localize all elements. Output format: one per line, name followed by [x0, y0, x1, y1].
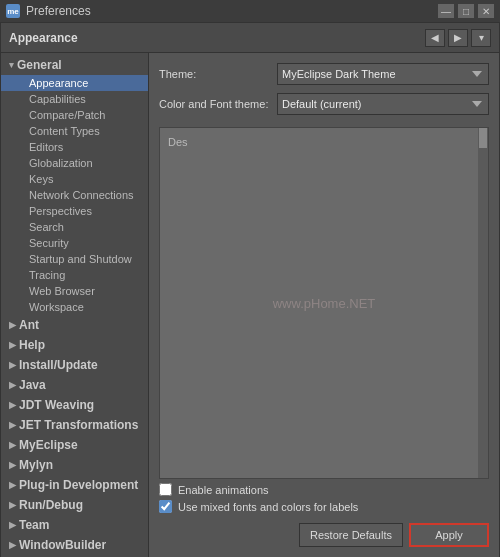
dialog-title: Appearance	[9, 31, 78, 45]
sidebar-item-appearance[interactable]: Appearance	[1, 75, 148, 91]
sidebar-section-myeclipse-label: MyEclipse	[19, 438, 78, 452]
sidebar-item-web-browser[interactable]: Web Browser	[1, 283, 148, 299]
sidebar: ▾ General Appearance Capabilities Compar…	[1, 53, 149, 557]
triangle-icon: ▾	[9, 60, 14, 70]
sidebar-item-security[interactable]: Security	[1, 235, 148, 251]
sidebar-section-install-label: Install/Update	[19, 358, 98, 372]
triangle-icon-ant: ▶	[9, 320, 16, 330]
sidebar-item-globalization[interactable]: Globalization	[1, 155, 148, 171]
sidebar-section-mylyn[interactable]: ▶ Mylyn	[1, 455, 148, 475]
theme-label: Theme:	[159, 68, 269, 80]
sidebar-item-keys[interactable]: Keys	[1, 171, 148, 187]
sidebar-item-editors[interactable]: Editors	[1, 139, 148, 155]
sidebar-item-content-types[interactable]: Content Types	[1, 123, 148, 139]
sidebar-section-plugin-dev[interactable]: ▶ Plug-in Development	[1, 475, 148, 495]
sidebar-section-general-label: General	[17, 58, 62, 72]
enable-animations-row: Enable animations	[159, 483, 489, 496]
app-icon: me	[6, 4, 20, 18]
sidebar-section-ant[interactable]: ▶ Ant	[1, 315, 148, 335]
sidebar-section-team[interactable]: ▶ Team	[1, 515, 148, 535]
color-font-row: Color and Font theme: Default (current) …	[159, 93, 489, 115]
sidebar-section-jdt-weaving[interactable]: ▶ JDT Weaving	[1, 395, 148, 415]
theme-select[interactable]: MyEclipse Dark Theme Classic Default	[277, 63, 489, 85]
maximize-button[interactable]: □	[458, 4, 474, 18]
sidebar-section-windowbuilder[interactable]: ▶ WindowBuilder	[1, 535, 148, 555]
sidebar-section-general[interactable]: ▾ General	[1, 55, 148, 75]
content-area: ▾ General Appearance Capabilities Compar…	[1, 53, 499, 557]
triangle-icon-myeclipse: ▶	[9, 440, 16, 450]
sidebar-section-ant-label: Ant	[19, 318, 39, 332]
sidebar-item-search[interactable]: Search	[1, 219, 148, 235]
watermark: www.pHome.NET	[273, 296, 376, 311]
bottom-buttons: Restore Defaults Apply	[159, 523, 489, 547]
sidebar-item-network-connections[interactable]: Network Connections	[1, 187, 148, 203]
triangle-icon-install: ▶	[9, 360, 16, 370]
sidebar-section-run-debug[interactable]: ▶ Run/Debug	[1, 495, 148, 515]
sidebar-section-java[interactable]: ▶ Java	[1, 375, 148, 395]
preview-area: Des www.pHome.NET	[159, 127, 489, 479]
mixed-fonts-checkbox[interactable]	[159, 500, 172, 513]
preview-scrollbar[interactable]	[478, 128, 488, 478]
preview-scrollbar-thumb	[479, 128, 487, 148]
apply-button[interactable]: Apply	[409, 523, 489, 547]
main-window: Appearance ◀ ▶ ▾ ▾ General Appearance Ca…	[0, 22, 500, 557]
nav-forward-button[interactable]: ▶	[448, 29, 468, 47]
title-bar-controls: — □ ✕	[438, 4, 494, 18]
triangle-icon-java: ▶	[9, 380, 16, 390]
sidebar-section-team-label: Team	[19, 518, 49, 532]
title-bar: me Preferences — □ ✕	[0, 0, 500, 22]
sidebar-section-jet-transformations[interactable]: ▶ JET Transformations	[1, 415, 148, 435]
theme-row: Theme: MyEclipse Dark Theme Classic Defa…	[159, 63, 489, 85]
triangle-icon-run: ▶	[9, 500, 16, 510]
sidebar-item-workspace[interactable]: Workspace	[1, 299, 148, 315]
mixed-fonts-row: Use mixed fonts and colors for labels	[159, 500, 489, 513]
sidebar-section-help-label: Help	[19, 338, 45, 352]
nav-down-button[interactable]: ▾	[471, 29, 491, 47]
sidebar-section-mylyn-label: Mylyn	[19, 458, 53, 472]
desc-label: Des	[168, 136, 188, 148]
color-font-select[interactable]: Default (current) Dark Light	[277, 93, 489, 115]
color-font-label: Color and Font theme:	[159, 98, 269, 110]
minimize-button[interactable]: —	[438, 4, 454, 18]
restore-defaults-button[interactable]: Restore Defaults	[299, 523, 403, 547]
sidebar-item-perspectives[interactable]: Perspectives	[1, 203, 148, 219]
nav-back-button[interactable]: ◀	[425, 29, 445, 47]
sidebar-section-java-label: Java	[19, 378, 46, 392]
triangle-icon-windowbuilder: ▶	[9, 540, 16, 550]
sidebar-item-startup-shutdown[interactable]: Startup and Shutdow	[1, 251, 148, 267]
triangle-icon-plugin: ▶	[9, 480, 16, 490]
enable-animations-label[interactable]: Enable animations	[178, 484, 269, 496]
dialog-header: Appearance ◀ ▶ ▾	[1, 23, 499, 53]
sidebar-section-plugin-label: Plug-in Development	[19, 478, 138, 492]
nav-arrows: ◀ ▶ ▾	[425, 29, 491, 47]
title-bar-text: Preferences	[26, 4, 438, 18]
sidebar-item-tracing[interactable]: Tracing	[1, 267, 148, 283]
sidebar-section-run-label: Run/Debug	[19, 498, 83, 512]
sidebar-section-windowbuilder-label: WindowBuilder	[19, 538, 106, 552]
triangle-icon-mylyn: ▶	[9, 460, 16, 470]
sidebar-section-install-update[interactable]: ▶ Install/Update	[1, 355, 148, 375]
triangle-icon-jet: ▶	[9, 420, 16, 430]
sidebar-section-jet-label: JET Transformations	[19, 418, 138, 432]
enable-animations-checkbox[interactable]	[159, 483, 172, 496]
sidebar-item-compare-patch[interactable]: Compare/Patch	[1, 107, 148, 123]
mixed-fonts-label[interactable]: Use mixed fonts and colors for labels	[178, 501, 358, 513]
sidebar-item-capabilities[interactable]: Capabilities	[1, 91, 148, 107]
triangle-icon-jdt: ▶	[9, 400, 16, 410]
sidebar-section-myeclipse[interactable]: ▶ MyEclipse	[1, 435, 148, 455]
triangle-icon-help: ▶	[9, 340, 16, 350]
right-panel: Theme: MyEclipse Dark Theme Classic Defa…	[149, 53, 499, 557]
sidebar-section-help[interactable]: ▶ Help	[1, 335, 148, 355]
close-button[interactable]: ✕	[478, 4, 494, 18]
sidebar-section-jdt-label: JDT Weaving	[19, 398, 94, 412]
triangle-icon-team: ▶	[9, 520, 16, 530]
